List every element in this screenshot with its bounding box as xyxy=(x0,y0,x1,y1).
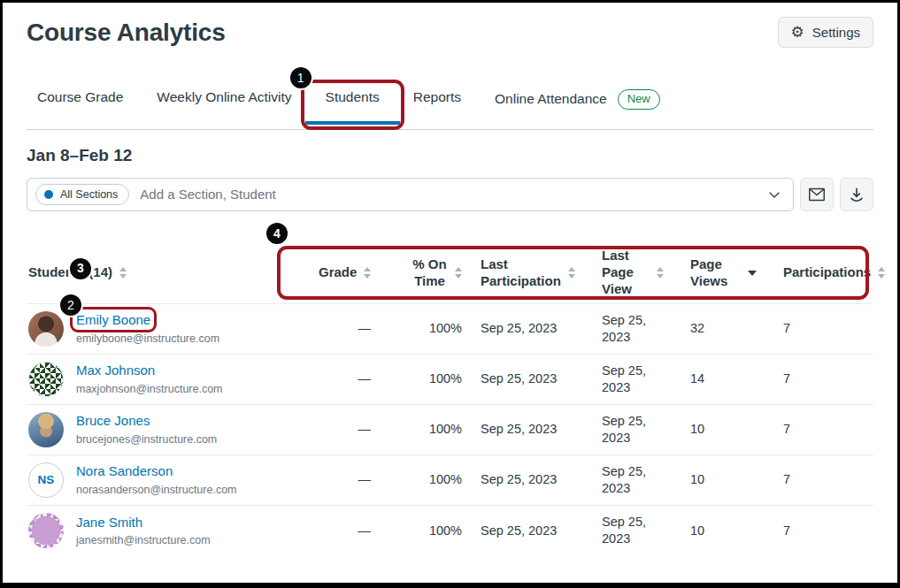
student-email: norasanderson@instructure.com xyxy=(76,483,237,497)
cell-last-participation: Sep 25, 2023 xyxy=(462,523,575,539)
filter-bar: All Sections xyxy=(27,178,873,211)
cell-last-page-view: Sep 25, 2023 xyxy=(575,463,664,497)
cell-on-time: 100% xyxy=(373,370,462,387)
column-header-students[interactable]: Students (14) 3 xyxy=(27,264,292,281)
avatar-initials: NS xyxy=(38,472,55,488)
cell-last-page-view: Sep 25, 2023 xyxy=(575,312,664,346)
cell-last-page-view: Sep 25, 2023 xyxy=(575,363,664,396)
column-header-page-views[interactable]: Page Views xyxy=(664,256,757,290)
tab-reports[interactable]: Reports xyxy=(413,89,461,105)
tab-label: Reports xyxy=(413,89,461,105)
sort-icon xyxy=(657,267,664,279)
sort-icon xyxy=(364,267,371,279)
settings-button-label: Settings xyxy=(812,25,860,40)
cell-grade: — xyxy=(292,421,373,438)
student-email: emilyboone@instructure.com xyxy=(76,332,219,346)
cell-page-views: 14 xyxy=(664,370,757,387)
title-bar: Course Analytics ⚙ Settings xyxy=(27,17,873,52)
cell-last-participation: Sep 25, 2023 xyxy=(462,421,575,438)
cell-grade: — xyxy=(292,320,373,337)
sort-icon xyxy=(568,267,575,279)
table-row: Max Johnson maxjohnson@instructure.com —… xyxy=(27,355,873,405)
cell-grade: — xyxy=(292,370,373,387)
student-cell: Emily Boone 2 emilyboone@instructure.com xyxy=(27,311,292,347)
column-header-grade[interactable]: Grade xyxy=(292,264,373,281)
column-header-on-time[interactable]: % On Time xyxy=(373,256,462,290)
column-header-label: Students (14) xyxy=(28,264,112,281)
column-header-label: Last Participation xyxy=(481,256,561,290)
course-analytics-window: Course Analytics ⚙ Settings Course Grade… xyxy=(0,0,900,588)
avatar xyxy=(28,513,64,548)
tab-label: Weekly Online Activity xyxy=(157,89,291,105)
cell-on-time: 100% xyxy=(373,523,462,539)
cell-page-views: 10 xyxy=(664,471,757,488)
student-name-link[interactable]: Emily Boone xyxy=(76,312,150,327)
sort-icon xyxy=(455,267,462,279)
cell-page-views: 32 xyxy=(664,320,757,337)
avatar: NS xyxy=(28,462,64,498)
avatar xyxy=(28,412,64,447)
gear-icon: ⚙ xyxy=(791,25,804,40)
students-table-header: Students (14) 3 Grade % On Time Last Par… xyxy=(27,243,873,304)
student-cell: Bruce Jones brucejones@instructure.com xyxy=(27,412,292,447)
table-row: Jane Smith janesmith@instructure.com — 1… xyxy=(27,506,873,556)
student-email: brucejones@instructure.com xyxy=(76,432,217,447)
cell-page-views: 10 xyxy=(664,421,757,438)
sort-icon xyxy=(878,267,885,279)
cell-participations: 7 xyxy=(757,370,873,387)
tab-label: Online Attendance xyxy=(495,91,607,107)
sort-icon xyxy=(119,267,127,279)
cell-grade: — xyxy=(292,523,373,539)
section-student-search[interactable]: All Sections xyxy=(27,178,794,211)
mail-icon xyxy=(807,185,827,204)
student-cell: NS Nora Sanderson norasanderson@instruct… xyxy=(27,462,292,498)
student-name-link[interactable]: Nora Sanderson xyxy=(76,463,173,478)
column-header-label: Page Views xyxy=(690,256,735,290)
message-students-button[interactable] xyxy=(800,178,834,211)
tab-label: Course Grade xyxy=(37,89,123,105)
cell-page-views: 10 xyxy=(664,523,757,539)
student-name-link[interactable]: Jane Smith xyxy=(76,515,142,530)
download-csv-button[interactable] xyxy=(840,178,873,211)
column-header-last-page-view[interactable]: Last Page View xyxy=(575,248,664,297)
column-header-label: Grade xyxy=(319,264,357,281)
tab-online-attendance[interactable]: Online Attendance New xyxy=(495,89,660,110)
all-sections-pill-label: All Sections xyxy=(60,188,118,201)
cell-participations: 7 xyxy=(757,320,873,337)
avatar xyxy=(28,311,64,347)
download-icon xyxy=(847,185,866,204)
tab-label: Students xyxy=(326,89,380,105)
date-range-heading: Jan 8–Feb 12 xyxy=(27,146,873,165)
cell-participations: 7 xyxy=(757,421,873,438)
tab-weekly-online-activity[interactable]: Weekly Online Activity xyxy=(157,89,291,105)
cell-last-participation: Sep 25, 2023 xyxy=(462,370,575,387)
menu-triangle-icon xyxy=(748,271,757,276)
cell-grade: — xyxy=(292,471,373,488)
analytics-tabs: Course Grade Weekly Online Activity Stud… xyxy=(27,77,873,130)
settings-button[interactable]: ⚙ Settings xyxy=(778,17,873,48)
column-header-last-participation[interactable]: Last Participation xyxy=(462,256,575,290)
cell-on-time: 100% xyxy=(373,471,462,488)
section-dot-icon xyxy=(44,190,53,199)
column-header-label: Participations xyxy=(783,264,871,281)
student-name-link[interactable]: Bruce Jones xyxy=(76,413,150,428)
table-row: Emily Boone 2 emilyboone@instructure.com… xyxy=(27,304,873,355)
annotation-number-1: 1 xyxy=(288,65,313,90)
all-sections-pill[interactable]: All Sections xyxy=(35,184,129,205)
table-row: NS Nora Sanderson norasanderson@instruct… xyxy=(27,455,873,506)
student-email: maxjohnson@instructure.com xyxy=(76,382,223,396)
column-header-participations[interactable]: Participations xyxy=(757,264,885,281)
cell-last-page-view: Sep 25, 2023 xyxy=(575,514,664,547)
tab-course-grade[interactable]: Course Grade xyxy=(37,89,123,105)
tab-students[interactable]: Students 1 xyxy=(326,89,380,105)
table-row: Bruce Jones brucejones@instructure.com —… xyxy=(27,405,873,455)
cell-participations: 7 xyxy=(757,523,873,539)
student-name-link[interactable]: Max Johnson xyxy=(76,363,155,378)
chevron-down-icon[interactable] xyxy=(766,187,782,202)
student-cell: Jane Smith janesmith@instructure.com xyxy=(27,513,292,548)
cell-on-time: 100% xyxy=(373,421,462,438)
student-email: janesmith@instructure.com xyxy=(76,533,211,547)
annotation-number-4: 4 xyxy=(265,221,289,246)
search-input[interactable] xyxy=(140,187,756,202)
cell-last-participation: Sep 25, 2023 xyxy=(462,320,575,337)
